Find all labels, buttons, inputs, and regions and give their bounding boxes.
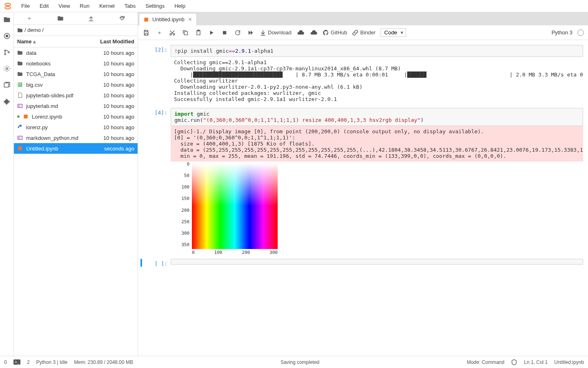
svg-rect-8	[4, 83, 9, 88]
svg-point-4	[4, 50, 6, 51]
svg-text:M↓: M↓	[18, 105, 21, 107]
editor-mode[interactable]: Mode: Command	[467, 359, 504, 365]
file-modified: 10 hours ago	[103, 61, 134, 67]
notebook-cell[interactable]: [ ]:	[140, 259, 583, 267]
menu-tabs[interactable]: Tabs	[120, 1, 140, 11]
file-modified: 10 hours ago	[103, 71, 134, 77]
save-button[interactable]	[142, 29, 150, 37]
filebrowser-header[interactable]: Name▴ Last Modified	[14, 36, 138, 47]
memory-usage: Mem: 230.89 / 2048.00 MB	[74, 359, 133, 365]
paste-button[interactable]	[194, 29, 203, 37]
file-name: lorenz.py	[26, 124, 48, 130]
file-row[interactable]: Lorenz.ipynb10 hours ago	[14, 111, 138, 122]
file-row[interactable]: TCGA_Data10 hours ago	[14, 69, 138, 79]
tab-title: Untitled.ipynb	[152, 16, 185, 22]
menu-kernel[interactable]: Kernel	[95, 1, 119, 11]
status-bar: 0 >_ 2 Python 3 | Idle Mem: 230.89 / 204…	[0, 356, 588, 368]
refresh-button[interactable]	[117, 13, 127, 23]
file-modified: 10 hours ago	[103, 92, 134, 99]
binder-button[interactable]: Binder	[352, 29, 376, 36]
file-modified: 10 hours ago	[103, 103, 134, 109]
menu-view[interactable]: View	[54, 1, 74, 11]
tab-untitled[interactable]: Untitled.ipynb ✕	[139, 13, 197, 25]
commands-icon[interactable]	[3, 65, 11, 73]
running-icon[interactable]	[3, 32, 11, 40]
sort-asc-icon: ▴	[33, 38, 36, 45]
top-menu: File Edit View Run Kernel Tabs Settings …	[0, 0, 588, 12]
svg-rect-9	[18, 83, 22, 86]
notebook-cell[interactable]: [2]:!pip install gmic==2.9.1-alpha1Colle…	[142, 45, 583, 105]
file-name: jupyterlab-slides.pdf	[26, 92, 74, 99]
file-row[interactable]: notebooks10 hours ago	[14, 58, 138, 69]
cell-prompt: [2]:	[142, 45, 171, 105]
stop-button[interactable]	[220, 29, 229, 37]
run-button[interactable]	[207, 29, 216, 37]
file-list: data10 hours agonotebooks10 hours agoTCG…	[14, 47, 138, 356]
new-folder-button[interactable]	[56, 13, 65, 23]
restart-run-all-button[interactable]	[247, 29, 255, 37]
jupyter-logo	[3, 2, 12, 11]
csv-icon	[17, 82, 24, 88]
notebook-cell[interactable]: [4]:import gmic gmic.run("(0,360;0,360^0…	[142, 108, 583, 256]
new-launcher-button[interactable]: ＋	[24, 13, 34, 23]
menu-file[interactable]: File	[17, 1, 34, 11]
save-status: Saving completed	[281, 359, 319, 365]
svg-text:M↓: M↓	[18, 137, 21, 139]
tabs-icon[interactable]	[3, 81, 11, 89]
restart-button[interactable]	[234, 29, 242, 37]
add-cell-button[interactable]: ＋	[155, 29, 163, 37]
breadcrumb[interactable]: / demo /	[14, 25, 138, 36]
file-modified: 10 hours ago	[103, 114, 134, 120]
cursor-position[interactable]: Ln 1, Col 1	[524, 359, 548, 365]
folder-icon[interactable]	[3, 16, 11, 24]
file-row[interactable]: M↓jupyterlab.md10 hours ago	[14, 101, 138, 111]
kernel-status-icon[interactable]	[577, 29, 584, 36]
cell-prompt: [ ]:	[142, 259, 171, 267]
file-modified: seconds ago	[104, 146, 134, 152]
file-modified: 10 hours ago	[103, 50, 134, 56]
git-icon[interactable]	[3, 48, 11, 56]
file-name: jupyterlab.md	[26, 103, 58, 109]
cell-prompt: [4]:	[142, 108, 171, 256]
cloud-download-icon[interactable]	[296, 29, 305, 37]
kernel-name[interactable]: Python 3	[552, 29, 572, 36]
terminals-count[interactable]: 0	[4, 359, 7, 365]
code-input[interactable]: !pip install gmic==2.9.1-alpha1	[171, 45, 583, 57]
celltype-select[interactable]: Code ▾	[381, 28, 406, 37]
file-modified: 10 hours ago	[103, 124, 134, 130]
copy-button[interactable]	[181, 29, 189, 37]
terminal-icon[interactable]: >_	[13, 359, 20, 365]
menu-edit[interactable]: Edit	[36, 1, 53, 11]
notebook-body[interactable]: [2]:!pip install gmic==2.9.1-alpha1Colle…	[138, 40, 588, 356]
cloud-upload-icon[interactable]	[310, 29, 318, 37]
svg-point-7	[6, 68, 8, 70]
file-modified: 10 hours ago	[103, 82, 134, 88]
upload-button[interactable]	[86, 13, 96, 23]
file-row[interactable]: lorenz.py10 hours ago	[14, 122, 138, 132]
tabs-count[interactable]: 2	[27, 359, 30, 365]
menu-run[interactable]: Run	[76, 1, 94, 11]
trust-icon[interactable]	[511, 359, 517, 366]
file-row[interactable]: big.csv10 hours ago	[14, 79, 138, 90]
menu-settings[interactable]: Settings	[141, 1, 169, 11]
cut-button[interactable]	[168, 29, 176, 37]
file-row[interactable]: Untitled.ipynbseconds ago	[14, 143, 138, 154]
code-input[interactable]: import gmic gmic.run("(0,360;0,360^0,0;1…	[171, 108, 583, 126]
kernel-status[interactable]: Python 3 | Idle	[36, 359, 68, 365]
svg-point-0	[5, 3, 11, 6]
download-button[interactable]: Download	[260, 29, 292, 36]
file-name: TCGA_Data	[26, 71, 55, 77]
menu-help[interactable]: Help	[170, 1, 189, 11]
extension-icon[interactable]	[3, 97, 11, 105]
svg-point-1	[5, 7, 11, 9]
current-file[interactable]: Untitled.ipynb	[554, 359, 584, 365]
code-input[interactable]	[171, 259, 583, 265]
file-row[interactable]: M↓markdown_python.md10 hours ago	[14, 132, 138, 143]
file-row[interactable]: jupyterlab-slides.pdf10 hours ago	[14, 90, 138, 101]
svg-rect-17	[184, 31, 187, 35]
file-row[interactable]: data10 hours ago	[14, 47, 138, 58]
col-name: Name	[17, 38, 31, 45]
github-button[interactable]: GitHub	[323, 29, 347, 36]
close-icon[interactable]: ✕	[188, 16, 192, 22]
py-icon	[17, 124, 24, 130]
